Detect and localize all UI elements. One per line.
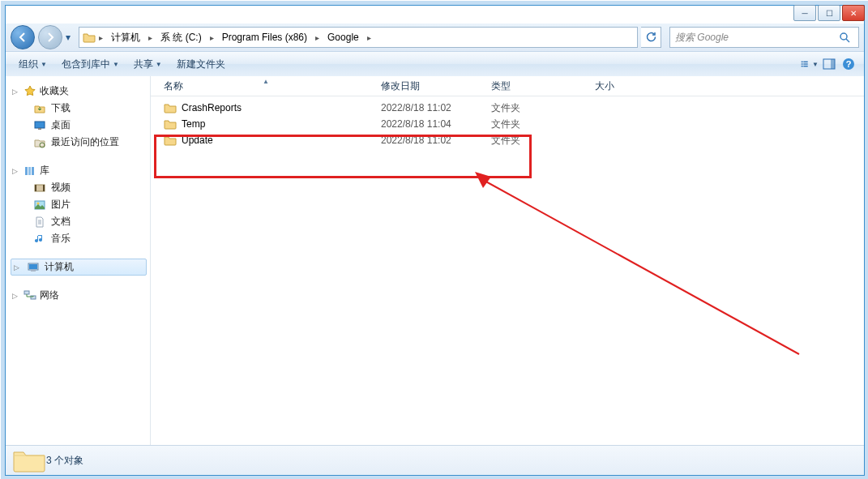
sidebar-item-pictures[interactable]: 图片 bbox=[11, 196, 147, 213]
sort-asc-icon: ▲ bbox=[263, 78, 269, 85]
view-options-icon bbox=[801, 58, 810, 70]
svg-rect-13 bbox=[38, 128, 41, 130]
folder-icon bbox=[12, 447, 38, 473]
chevron-down-icon: ▼ bbox=[156, 61, 162, 68]
nav-bar: ▾ ▸ 计算机▸ 系 统 (C:)▸ Program Files (x86)▸ … bbox=[6, 24, 864, 51]
breadcrumb-chevron-icon[interactable]: ▸ bbox=[364, 33, 374, 42]
search-placeholder: 搜索 Google bbox=[675, 31, 839, 45]
list-item[interactable]: CrashReports 2022/8/18 11:02 文件夹 bbox=[151, 100, 864, 116]
expand-icon: ▷ bbox=[12, 292, 20, 300]
close-button[interactable]: ✕ bbox=[842, 5, 865, 21]
include-in-library-menu[interactable]: 包含到库中▼ bbox=[55, 56, 126, 73]
column-headers: 名称▲ 修改日期 类型 大小 bbox=[151, 76, 864, 96]
refresh-icon bbox=[645, 32, 656, 43]
star-icon bbox=[24, 85, 36, 98]
toolbar: 组织▼ 包含到库中▼ 共享▼ 新建文件夹 ▼ ? bbox=[6, 51, 864, 77]
preview-pane-button[interactable] bbox=[820, 55, 838, 73]
share-menu[interactable]: 共享▼ bbox=[127, 56, 169, 73]
maximize-icon: ☐ bbox=[826, 9, 833, 18]
picture-icon bbox=[33, 199, 46, 212]
column-header-type[interactable]: 类型 bbox=[485, 79, 588, 93]
svg-rect-29 bbox=[24, 291, 29, 294]
svg-rect-27 bbox=[29, 264, 37, 269]
sidebar-item-recent[interactable]: 最近访问的位置 bbox=[11, 134, 147, 151]
explorer-window: ─ ☐ ✕ ▾ ▸ 计算机▸ 系 统 (C:)▸ Program Files (… bbox=[5, 5, 865, 476]
sidebar-item-videos[interactable]: 视频 bbox=[11, 179, 147, 196]
chevron-down-icon: ▼ bbox=[113, 61, 119, 68]
organize-menu[interactable]: 组织▼ bbox=[12, 56, 53, 73]
folder-icon bbox=[164, 134, 177, 147]
new-folder-button[interactable]: 新建文件夹 bbox=[170, 56, 232, 73]
minimize-button[interactable]: ─ bbox=[793, 5, 816, 21]
sidebar-item-downloads[interactable]: 下载 bbox=[11, 100, 147, 117]
svg-point-0 bbox=[840, 33, 847, 40]
search-icon bbox=[839, 32, 850, 43]
sidebar-computer[interactable]: ▷ 计算机 bbox=[11, 259, 147, 276]
status-text: 3 个对象 bbox=[46, 454, 83, 468]
svg-rect-19 bbox=[35, 185, 36, 191]
maximize-button[interactable]: ☐ bbox=[818, 5, 840, 21]
svg-text:?: ? bbox=[846, 59, 852, 69]
computer-icon bbox=[27, 261, 40, 274]
breadcrumb-computer[interactable]: 计算机▸ bbox=[106, 30, 156, 45]
minimize-icon: ─ bbox=[802, 9, 807, 18]
address-bar[interactable]: ▸ 计算机▸ 系 统 (C:)▸ Program Files (x86)▸ Go… bbox=[79, 27, 638, 48]
music-icon bbox=[33, 233, 46, 246]
arrow-left-icon bbox=[17, 32, 28, 43]
refresh-button[interactable] bbox=[641, 27, 661, 48]
library-icon bbox=[24, 165, 36, 177]
preview-pane-icon bbox=[823, 58, 836, 70]
file-list: CrashReports 2022/8/18 11:02 文件夹 Temp 20… bbox=[151, 96, 864, 148]
breadcrumb-chevron-icon[interactable]: ▸ bbox=[207, 33, 217, 42]
column-header-date[interactable]: 修改日期 bbox=[374, 79, 485, 93]
folder-icon bbox=[164, 118, 177, 130]
breadcrumb-google[interactable]: Google▸ bbox=[323, 31, 374, 44]
breadcrumb-chevron-icon[interactable]: ▸ bbox=[96, 33, 106, 42]
sidebar-item-documents[interactable]: 文档 bbox=[11, 213, 147, 230]
svg-rect-12 bbox=[35, 122, 45, 128]
chevron-down-icon: ▼ bbox=[41, 61, 47, 68]
svg-line-31 bbox=[483, 180, 799, 354]
svg-rect-28 bbox=[31, 270, 36, 272]
video-icon bbox=[33, 182, 46, 195]
network-icon bbox=[24, 289, 36, 302]
download-icon bbox=[33, 102, 46, 115]
svg-rect-3 bbox=[803, 62, 807, 62]
help-icon: ? bbox=[842, 58, 855, 71]
breadcrumb-chevron-icon[interactable]: ▸ bbox=[145, 33, 156, 42]
svg-rect-2 bbox=[802, 62, 803, 62]
document-icon bbox=[33, 216, 46, 229]
svg-rect-4 bbox=[802, 63, 803, 64]
svg-rect-9 bbox=[831, 59, 835, 69]
svg-rect-15 bbox=[25, 167, 28, 175]
sidebar-item-music[interactable]: 音乐 bbox=[11, 230, 147, 247]
svg-rect-17 bbox=[32, 167, 34, 175]
nav-history-dropdown[interactable]: ▾ bbox=[66, 32, 75, 43]
view-options-button[interactable]: ▼ bbox=[801, 55, 819, 73]
column-header-name[interactable]: 名称▲ bbox=[157, 79, 374, 93]
help-button[interactable]: ? bbox=[840, 55, 857, 73]
svg-marker-32 bbox=[475, 172, 491, 188]
search-input[interactable]: 搜索 Google bbox=[669, 27, 859, 48]
sidebar-favorites[interactable]: ▷ 收藏夹 bbox=[11, 83, 147, 100]
breadcrumb-drive-c[interactable]: 系 统 (C:)▸ bbox=[156, 30, 217, 45]
back-button[interactable] bbox=[11, 25, 35, 49]
status-bar: 3 个对象 bbox=[6, 445, 864, 475]
breadcrumb-program-files[interactable]: Program Files (x86)▸ bbox=[217, 31, 323, 44]
expand-icon: ▷ bbox=[14, 263, 22, 272]
breadcrumb-chevron-icon[interactable]: ▸ bbox=[312, 33, 323, 42]
desktop-icon bbox=[33, 119, 46, 132]
column-header-size[interactable]: 大小 bbox=[588, 79, 666, 93]
list-item[interactable]: Update 2022/8/18 11:02 文件夹 bbox=[151, 132, 864, 148]
list-item[interactable]: Temp 2022/8/18 11:04 文件夹 bbox=[151, 116, 864, 132]
svg-rect-6 bbox=[802, 66, 803, 66]
forward-button[interactable] bbox=[38, 25, 62, 49]
sidebar-network[interactable]: ▷ 网络 bbox=[11, 287, 147, 304]
svg-rect-20 bbox=[43, 185, 45, 191]
window-controls: ─ ☐ ✕ bbox=[792, 5, 865, 21]
sidebar-item-desktop[interactable]: 桌面 bbox=[11, 117, 147, 134]
svg-line-1 bbox=[846, 39, 849, 42]
sidebar-libraries[interactable]: ▷ 库 bbox=[11, 162, 147, 179]
close-icon: ✕ bbox=[850, 9, 857, 18]
svg-rect-7 bbox=[803, 66, 807, 66]
